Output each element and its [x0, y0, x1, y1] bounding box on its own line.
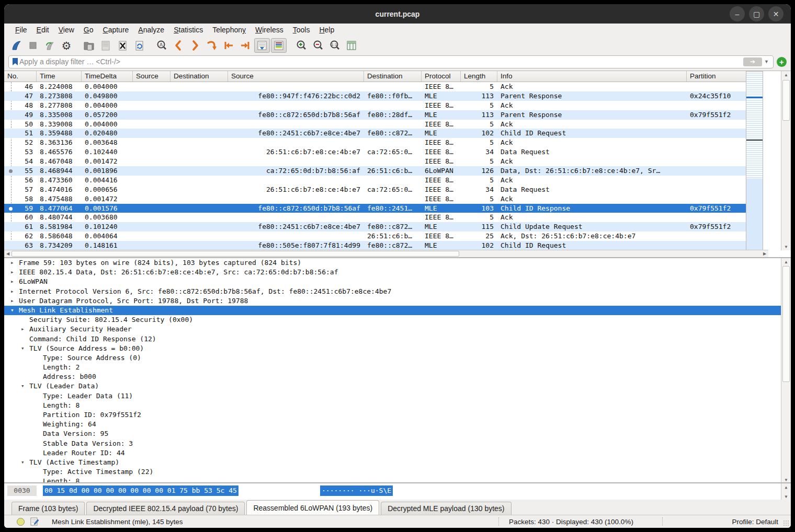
go-to-packet-icon[interactable]: [204, 38, 220, 53]
scrollbar-thumb[interactable]: [782, 266, 790, 382]
start-capture-icon[interactable]: [8, 38, 24, 53]
byte-tab-decrypted-mle-payload-130-bytes-[interactable]: Decrypted MLE payload (130 bytes): [381, 502, 511, 515]
hex-bytes[interactable]: 00 15 0d 00 00 00 00 00 00 00 01 75 bb 5…: [43, 485, 238, 496]
capture-comment-icon[interactable]: [30, 517, 39, 526]
detail-line[interactable]: ▾Mesh Link Establishment: [4, 306, 791, 315]
detail-line[interactable]: Command: Child ID Response (12): [4, 334, 791, 344]
detail-line[interactable]: Length: 2: [4, 363, 791, 372]
packet-row[interactable]: 588.4754880.001472IEEE 8…5Ack: [4, 194, 763, 204]
first-packet-icon[interactable]: [221, 38, 236, 53]
scroll-up-icon[interactable]: ▲: [781, 483, 791, 491]
scroll-left-icon[interactable]: ◀: [4, 250, 12, 257]
detail-line[interactable]: ▸Internet Protocol Version 6, Src: fe80:…: [4, 287, 791, 296]
detail-line[interactable]: Type: Source Address (0): [4, 353, 791, 363]
menu-item-capture[interactable]: Capture: [98, 25, 134, 35]
display-filter-input[interactable]: [19, 57, 743, 66]
minimize-button[interactable]: –: [730, 6, 745, 21]
expert-info-icon[interactable]: [17, 518, 25, 526]
detail-line[interactable]: Security Suite: 802.15.4 Security (0x00): [4, 315, 791, 325]
packet-row[interactable]: 528.3631360.003648IEEE 8…5Ack: [4, 138, 763, 147]
menu-item-edit[interactable]: Edit: [32, 25, 54, 35]
detail-line[interactable]: Stable Data Version: 3: [4, 439, 791, 448]
auto-scroll-icon[interactable]: [254, 38, 270, 53]
maximize-button[interactable]: ▢: [749, 6, 764, 21]
zoom-in-icon[interactable]: [293, 38, 309, 53]
hex-ascii[interactable]: ········ ···u·S\E: [320, 485, 393, 496]
expand-arrow-icon[interactable]: ▸: [10, 277, 14, 286]
apply-filter-button[interactable]: ➔: [743, 57, 762, 66]
scroll-up-icon[interactable]: ▲: [781, 258, 791, 265]
menu-item-go[interactable]: Go: [79, 25, 98, 35]
column-header-info[interactable]: Info: [497, 71, 687, 82]
save-file-icon[interactable]: [98, 38, 113, 53]
detail-line[interactable]: ▾TLV (Leader Data): [4, 381, 791, 391]
bookmark-icon[interactable]: [11, 57, 19, 66]
detail-line[interactable]: ▸IEEE 802.15.4 Data, Dst: 26:51:c6:b7:e8…: [4, 268, 791, 277]
detail-line[interactable]: Address: b000: [4, 372, 791, 381]
collapse-arrow-icon[interactable]: ▾: [21, 458, 25, 467]
column-header-no-[interactable]: No.: [4, 71, 37, 82]
expand-arrow-icon[interactable]: ▸: [10, 287, 14, 296]
title-bar[interactable]: current.pcap – ▢ ✕: [4, 4, 791, 24]
menu-item-tools[interactable]: Tools: [288, 25, 315, 35]
details-scrollbar[interactable]: ▲ ▼: [781, 258, 791, 482]
menu-item-statistics[interactable]: Statistics: [169, 25, 208, 35]
column-header-protocol[interactable]: Protocol: [422, 71, 461, 82]
detail-line[interactable]: Partition ID: 0x79f551f2: [4, 410, 791, 420]
detail-line[interactable]: Weighting: 64: [4, 420, 791, 429]
expand-arrow-icon[interactable]: ▸: [21, 325, 25, 334]
packet-list-scrollbar[interactable]: ▲ ▼: [781, 71, 791, 250]
detail-line[interactable]: Type: Leader Data (11): [4, 391, 791, 401]
hscrollbar-thumb[interactable]: [12, 251, 459, 257]
expand-arrow-icon[interactable]: ▸: [10, 296, 14, 306]
expand-arrow-icon[interactable]: ▸: [10, 258, 14, 268]
packet-row[interactable]: 628.5860480.00406426:51:c6:b…IEEE 8…25Ac…: [4, 232, 763, 241]
menu-item-telephony[interactable]: Telephony: [208, 25, 251, 35]
previous-packet-icon[interactable]: [171, 38, 186, 53]
menu-item-analyze[interactable]: Analyze: [133, 25, 169, 35]
detail-line[interactable]: ▸User Datagram Protocol, Src Port: 19788…: [4, 296, 791, 306]
scroll-down-icon[interactable]: ▼: [781, 243, 791, 250]
open-file-icon[interactable]: [81, 38, 97, 53]
column-header-source[interactable]: Source: [133, 71, 171, 82]
byte-tab-frame-103-bytes-[interactable]: Frame (103 bytes): [12, 502, 85, 515]
menu-item-help[interactable]: Help: [314, 25, 339, 35]
restart-capture-icon[interactable]: [42, 38, 58, 53]
byte-tab-decrypted-ieee-802-15-4-payload-70-bytes-[interactable]: Decrypted IEEE 802.15.4 payload (70 byte…: [86, 502, 245, 515]
expand-arrow-icon[interactable]: ▸: [10, 268, 14, 277]
column-header-time[interactable]: Time: [37, 71, 82, 82]
menu-item-wireless[interactable]: Wireless: [251, 25, 288, 35]
packet-bytes-pane[interactable]: 0030 00 15 0d 00 00 00 00 00 00 00 01 75…: [4, 482, 791, 500]
collapse-arrow-icon[interactable]: ▾: [21, 344, 25, 353]
resize-columns-icon[interactable]: [344, 38, 359, 53]
scroll-down-icon[interactable]: ▼: [781, 493, 791, 500]
packet-row[interactable]: 568.4733600.004416IEEE 8…5Ack: [4, 176, 763, 185]
scrollbar-thumb[interactable]: [782, 80, 790, 121]
packet-minimap[interactable]: [746, 71, 763, 250]
packet-row[interactable]: 498.3350080.057200fe80::c872:650d:b7b8:5…: [4, 110, 763, 120]
close-file-icon[interactable]: [115, 38, 130, 53]
packet-row[interactable]: 548.4670480.001472IEEE 8…5Ack: [4, 157, 763, 166]
detail-line[interactable]: ▸Frame 59: 103 bytes on wire (824 bits),…: [4, 258, 791, 268]
reload-file-icon[interactable]: [131, 38, 147, 53]
column-header-source[interactable]: Source: [228, 71, 364, 82]
detail-line[interactable]: Leader Router ID: 44: [4, 448, 791, 458]
capture-options-icon[interactable]: ⚙: [59, 38, 74, 53]
colorize-icon[interactable]: [271, 38, 287, 53]
detail-line[interactable]: Type: Active Timestamp (22): [4, 467, 791, 477]
next-packet-icon[interactable]: [187, 38, 203, 53]
scroll-up-icon[interactable]: ▲: [781, 71, 791, 78]
hex-row[interactable]: 0030 00 15 0d 00 00 00 00 00 00 00 01 75…: [4, 485, 780, 496]
stop-capture-icon[interactable]: [25, 38, 41, 53]
menu-item-view[interactable]: View: [54, 25, 79, 35]
display-filter-box[interactable]: ➔ ▼: [8, 55, 774, 68]
packet-row[interactable]: 488.2778080.004000IEEE 8…5Ack: [4, 101, 763, 110]
detail-line[interactable]: ▸6LoWPAN: [4, 277, 791, 286]
column-header-destination[interactable]: Destination: [171, 71, 228, 82]
scroll-down-icon[interactable]: ▼: [781, 476, 791, 482]
detail-line[interactable]: Data Version: 95: [4, 429, 791, 438]
packet-row[interactable]: 638.7342090.148161fe80::505e:f807:7f81:4…: [4, 241, 763, 250]
menu-item-file[interactable]: File: [10, 25, 32, 35]
column-header-destination[interactable]: Destination: [364, 71, 422, 82]
packet-row[interactable]: 598.4770640.001576fe80::c872:650d:b7b8:5…: [4, 204, 763, 213]
